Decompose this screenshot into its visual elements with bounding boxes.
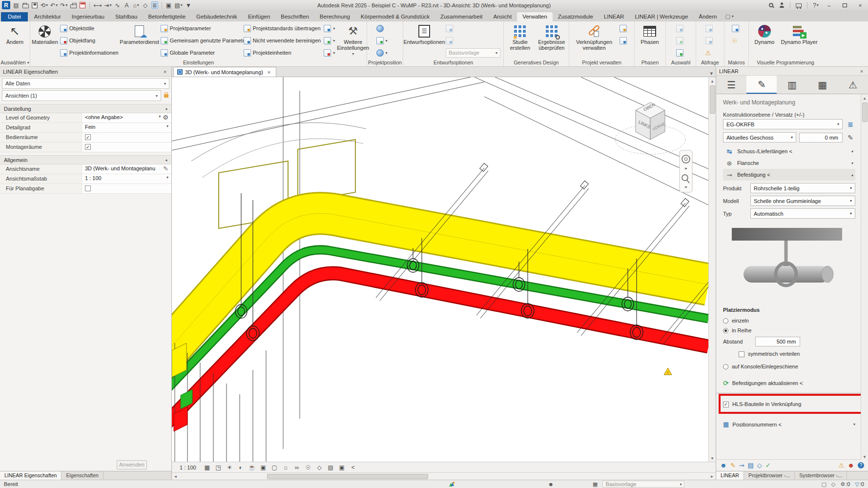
views-select[interactable]: Ansichten (1)▾ — [2, 90, 161, 101]
horizontal-scroll-thumb[interactable] — [267, 474, 428, 479]
save-icon[interactable] — [31, 1, 38, 9]
gear-icon[interactable]: ⚙ — [163, 114, 168, 121]
ids-of-selection-button[interactable] — [705, 24, 715, 33]
design-options-dialog-icon[interactable]: ▦ — [593, 481, 598, 488]
fastening-tool-icon[interactable]: ⊸ — [739, 462, 744, 468]
view-tab-3d[interactable]: 3D (Werk- und Montageplanung) × — [173, 67, 276, 77]
ansichtsmassstab-select[interactable]: 1 : 100▾ — [82, 174, 171, 183]
section-darstellung[interactable]: Darstellung▴ — [0, 104, 171, 113]
radio-konsole[interactable] — [723, 364, 728, 369]
rename-icon[interactable]: ✎ — [163, 165, 168, 172]
tab-aendern[interactable]: Ändern — [693, 12, 722, 21]
model-line-icon[interactable]: ∿ — [114, 1, 121, 9]
close-button[interactable]: × — [854, 1, 866, 9]
tab-linear-panel[interactable]: LINEAR — [716, 471, 744, 480]
maximize-button[interactable] — [839, 1, 850, 9]
temporary-hide-isolate-icon[interactable]: ☉ — [304, 463, 312, 471]
shadows-icon[interactable]: ◐ — [237, 463, 245, 471]
project-information-button[interactable]: Projektinformationen — [60, 48, 119, 57]
tab-verwalten[interactable]: Verwalten — [517, 12, 553, 21]
expand-control-bar-icon[interactable]: < — [349, 463, 357, 471]
tab-berechnung[interactable]: Berechnung — [314, 12, 355, 21]
model-canvas[interactable]: ! OBEN LINKS VORNE — [172, 77, 708, 462]
create-study-button[interactable]: ✶ Studie erstellen — [505, 22, 535, 59]
switch-windows-icon[interactable]: ▤▾ — [175, 1, 183, 9]
hls-row[interactable]: ✓ HLS-Bauteile in Verknüpfung — [723, 398, 855, 410]
offset-input[interactable]: 0 mm — [799, 133, 843, 142]
save-selection-button[interactable] — [676, 24, 686, 33]
vertical-scrollbar[interactable]: ▴ ▾ — [708, 77, 716, 462]
tab-ansicht[interactable]: Ansicht — [488, 12, 517, 21]
global-parameters-button[interactable]: Globale Parameter — [161, 48, 241, 57]
visual-style-icon[interactable]: ◳ — [214, 463, 223, 471]
mep-settings-button[interactable]: ▾ — [324, 36, 335, 45]
default-3d-view-icon[interactable]: ⌂▾ — [133, 1, 140, 9]
manage-images-button[interactable] — [620, 24, 630, 33]
detailgrad-select[interactable]: Fein▾ — [82, 123, 171, 132]
radio-einzeln[interactable] — [723, 318, 728, 324]
dynamo-player-button[interactable]: Dynamo Player — [780, 22, 819, 59]
tab-beschriften[interactable]: Beschriften — [275, 12, 314, 21]
tab-stahlbau[interactable]: Stahlbau — [110, 12, 143, 21]
warnings-button[interactable]: ⚠ — [705, 48, 715, 57]
scale-button[interactable]: 1 : 100 — [176, 464, 200, 471]
location-button[interactable] — [376, 24, 394, 33]
object-styles-button[interactable]: Objektstile — [60, 24, 119, 33]
montageraeume-checkbox[interactable]: ✓ — [85, 144, 91, 150]
purge-unused-button[interactable]: Nicht verwendete bereinigen — [244, 36, 321, 45]
option-in-reihe[interactable]: in Reihe — [723, 325, 855, 335]
fuer-planabgabe-checkbox[interactable] — [85, 185, 91, 191]
tab-warnings[interactable]: ⚠ — [838, 76, 868, 94]
close-hidden-windows-icon[interactable]: ▣ — [165, 1, 172, 9]
tab-zusammenarbeit[interactable]: Zusammenarbeit — [435, 12, 488, 21]
view-tab-overflow-icon[interactable]: ▾ — [707, 70, 716, 77]
minimize-button[interactable]: – — [823, 1, 835, 9]
decal-types-button[interactable] — [620, 36, 630, 45]
warning-tool-icon[interactable]: ⚠ — [839, 462, 845, 468]
layers-icon[interactable]: ≣ — [846, 120, 855, 129]
temporary-view-properties-icon[interactable]: ⌂ — [282, 463, 290, 471]
search-icon[interactable] — [767, 1, 774, 9]
ansichtsname-field[interactable]: 3D (Werk- und Montageplanu✎ — [82, 164, 171, 174]
tab-menu[interactable]: ☰ — [716, 76, 746, 94]
reveal-hidden-elements-icon[interactable]: ∞ — [293, 463, 301, 471]
render-icon[interactable]: ☕ — [248, 463, 256, 471]
additional-settings-button[interactable]: ⚒ Weitere Einstellungen ▾ — [337, 22, 369, 59]
storey-select[interactable]: Aktuelles Geschoss▾ — [723, 132, 796, 142]
left-panel-close-icon[interactable]: × — [162, 69, 168, 75]
horizontal-scrollbar[interactable]: ◂ ▸ — [172, 472, 716, 480]
transfer-icon[interactable] — [79, 1, 86, 9]
construction-plane-select[interactable]: EG-OKRFB▾ — [723, 119, 843, 129]
tab-koerpermodell[interactable]: Körpermodell & Grundstück — [355, 12, 435, 21]
tab-edit[interactable]: ✎ — [746, 76, 777, 94]
coordinates-button[interactable]: ▾ — [376, 36, 394, 45]
text-icon[interactable]: A — [124, 1, 130, 9]
project-units-button[interactable]: Projekteinheiten — [244, 48, 321, 57]
file-tab-icon[interactable]: ▤ — [13, 1, 20, 9]
show-crop-region-icon[interactable]: ▢ — [270, 463, 279, 471]
filter-icon[interactable]: ▽:0 — [855, 481, 864, 488]
linear-properties-toggle-icon[interactable]: ≣ — [151, 1, 158, 9]
position-button[interactable]: ▾ — [376, 48, 394, 57]
pick-to-edit-button[interactable] — [446, 36, 501, 45]
option-konsole[interactable]: auf Konsole/Einlegeschiene — [723, 362, 855, 371]
check-tool-icon[interactable]: ✓ — [765, 462, 771, 468]
tab-linear-eigenschaften[interactable]: LINEAR Eigenschaften — [0, 471, 62, 480]
add-to-set-button[interactable] — [446, 24, 501, 33]
active-design-option-select[interactable]: Basisvorlage▾ — [446, 48, 501, 57]
expander-befestigung[interactable]: ⊸ Befestigung < ▴ — [723, 169, 855, 181]
option-einzeln[interactable]: einzeln — [723, 316, 855, 325]
tab-einfuegen[interactable]: Einfügen — [243, 12, 275, 21]
produkt-select[interactable]: Rohrschelle 1-teilig▾ — [750, 183, 855, 193]
edit-selection-button[interactable] — [676, 48, 686, 57]
help-icon[interactable]: ?▾ — [812, 1, 819, 9]
radio-in-reihe[interactable] — [723, 328, 728, 333]
reveal-constraints-icon[interactable]: ◇ — [315, 463, 324, 471]
print-icon[interactable] — [70, 1, 77, 9]
structural-settings-button[interactable]: ▾ — [324, 24, 335, 33]
sun-path-icon[interactable]: ☀ — [226, 463, 234, 471]
tab-linear-werkzeuge[interactable]: LINEAR | Werkzeuge — [629, 12, 693, 21]
tab-zusatzmodule[interactable]: Zusatzmodule — [553, 12, 599, 21]
editable-only-icon[interactable]: ⚙:0 — [840, 481, 850, 488]
crop-size-icon[interactable]: ▦ — [203, 463, 211, 471]
